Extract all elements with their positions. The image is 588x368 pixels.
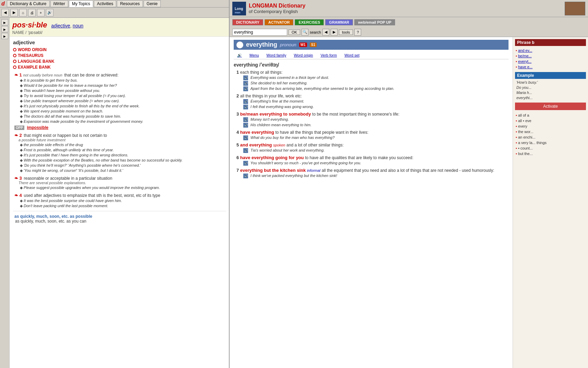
back-nav-btn[interactable]: ◀: [322, 29, 329, 36]
tab-menu[interactable]: Menu: [246, 52, 262, 59]
pron-name-label: NAME: [12, 30, 24, 35]
audio-icon-9[interactable]: 🔊: [243, 148, 248, 153]
section-thesaurus[interactable]: THESAURUS: [13, 53, 226, 58]
phrase-link-3[interactable]: everyt...: [518, 59, 531, 63]
sense-2-def: that might exist or happen but is not ce…: [24, 133, 107, 138]
sense-4-def: used after adjectives to emphasize that …: [24, 193, 160, 198]
ex-r1-3: 🔊 Apart from the bus arriving late, ever…: [243, 86, 509, 91]
tab-iwriter[interactable]: iWriter: [50, 0, 68, 7]
thumbnail-image: [565, 2, 585, 15]
audio-icon-2[interactable]: 🔊: [243, 81, 248, 86]
activate-item-1: all of a: [515, 113, 586, 118]
tab-verb-form[interactable]: Verb form: [317, 52, 340, 59]
nav-activator-btn[interactable]: ACTIVATOR: [265, 19, 293, 25]
audio-icon-4[interactable]: 🔊: [243, 99, 248, 104]
phrase-item-2[interactable]: be/me...: [515, 54, 586, 58]
phrase-item-1[interactable]: and ev...: [515, 48, 586, 53]
section-example-bank[interactable]: EXAMPLE BANK: [13, 65, 226, 70]
tab-activities[interactable]: Activities: [94, 0, 116, 7]
audio-icon-3[interactable]: 🔊: [243, 86, 248, 91]
tab-word-origin[interactable]: Word origin: [290, 52, 316, 59]
ex-r2-2-text: I felt that everything was going wrong.: [250, 105, 314, 109]
opp-word-link[interactable]: impossible: [27, 125, 48, 130]
audio-icon-5[interactable]: 🔊: [243, 105, 248, 109]
nav-grammar-btn[interactable]: GRAMMAR: [325, 19, 353, 25]
activate-item-3: every: [515, 124, 586, 129]
audio-button[interactable]: 🔊: [46, 9, 53, 16]
add-button[interactable]: +: [37, 9, 45, 16]
forward-button[interactable]: ▶: [10, 9, 18, 16]
sense-r4-def: to have all the things that people want …: [275, 130, 368, 135]
sense-r7-phrase-link[interactable]: everything but the kitchen sink: [240, 168, 306, 173]
section-thesaurus-link[interactable]: THESAURUS: [18, 53, 44, 58]
sense-1-def: that can be done or achieved:: [64, 73, 118, 78]
ok-button[interactable]: OK: [289, 29, 300, 35]
phrase-link-1[interactable]: and ev...: [518, 48, 532, 52]
nav-dictionary-btn[interactable]: DICTIONARY: [232, 19, 263, 25]
home-button[interactable]: ⌂: [19, 9, 27, 16]
audio-play-icon[interactable]: ▶: [236, 41, 243, 48]
sense-3: ❧ 3 reasonable or acceptable in a partic…: [13, 176, 226, 190]
ex-r2-1: 🔊 Everything's fine at the moment.: [243, 99, 509, 104]
svg-text:man: man: [235, 11, 241, 14]
audio-icon-6[interactable]: 🔊: [243, 117, 248, 122]
nav-tabs: Dictionary & Culture iWriter My Topics A…: [7, 0, 161, 7]
phrase-link-4[interactable]: have e...: [518, 65, 532, 69]
section-word-origin-link[interactable]: WORD ORIGIN: [18, 47, 47, 52]
sense-r4-phrase-link[interactable]: have everything: [240, 130, 274, 135]
pos-adjective-link[interactable]: adjective: [51, 23, 70, 28]
ex-r6-1: 🔊 You shouldn't worry so much - you've g…: [243, 161, 509, 166]
print-button[interactable]: 🖨: [28, 9, 36, 16]
search-input[interactable]: [232, 29, 287, 36]
search-bar: OK 🔍 search ◀ ▶ tools ?: [230, 27, 588, 37]
tab-resources[interactable]: Resources: [117, 0, 143, 7]
search-icon-btn[interactable]: 🔍: [302, 29, 308, 36]
nav-exercises-btn[interactable]: EXERCISES: [295, 19, 324, 25]
example-1-3: This wouldn't have been possible without…: [20, 88, 226, 93]
sense-r3-def: to be the most important thing in someon…: [312, 112, 399, 117]
section-language-bank[interactable]: LANGUAGE BANK: [13, 59, 226, 64]
tab-word-family[interactable]: Word family: [263, 52, 290, 59]
section-example-bank-link[interactable]: EXAMPLE BANK: [18, 65, 51, 70]
example-quote: 'How's busy.': [515, 80, 586, 84]
audio-icon-8[interactable]: 🔊: [243, 135, 248, 140]
sense-5-block: 5 and everything spoken and a lot of oth…: [234, 142, 509, 153]
tab-genie[interactable]: Genie: [144, 0, 161, 7]
audio-icon-10[interactable]: 🔊: [243, 161, 248, 166]
sense-r3-phrase-link[interactable]: be/mean everything to somebody: [240, 111, 311, 117]
sense-r2-def: all the things in your life, work etc:: [240, 94, 302, 98]
sense-2-header: ❧ 2 that might exist or happen but is no…: [14, 133, 226, 138]
sidebar-btn-2[interactable]: ▶: [1, 26, 8, 32]
pron-ipa: / ˈpɒsəbl/: [25, 30, 42, 35]
pos-noun-link[interactable]: noun: [73, 23, 83, 28]
sidebar-btn-1[interactable]: ▶: [1, 19, 8, 25]
tab-word-set[interactable]: Word set: [341, 52, 363, 59]
longman-sub-title: of Contemporary English: [249, 9, 562, 14]
sense-2-eg: a possible future investment: [19, 138, 226, 142]
activate-button[interactable]: Activate: [515, 103, 586, 110]
tab-audio[interactable]: 🔊: [234, 52, 245, 59]
audio-icon-11[interactable]: 🔊: [243, 174, 248, 178]
tab-my-topics[interactable]: My Topics: [69, 0, 93, 7]
sense-r6-phrase-link[interactable]: have everything going for you: [240, 155, 304, 160]
phrase-link-2[interactable]: be/me...: [518, 54, 532, 58]
tools-button[interactable]: tools: [339, 29, 353, 35]
help-button[interactable]: ?: [354, 29, 361, 36]
audio-icon-7[interactable]: 🔊: [243, 123, 248, 128]
sense-r5-phrase-link[interactable]: and everything: [240, 142, 272, 147]
sidebar-btn-3[interactable]: ▶: [1, 33, 8, 39]
nav-web-btn[interactable]: web/email POP UP: [354, 19, 395, 25]
sense-3-def: reasonable or acceptable in a particular…: [24, 176, 112, 181]
phrase-label[interactable]: as quickly, much, soon, etc. as possible: [14, 214, 226, 219]
sense-3-header: ❧ 3 reasonable or acceptable in a partic…: [14, 176, 226, 181]
tab-dictionary-culture[interactable]: Dictionary & Culture: [7, 0, 50, 7]
ex-r7-1-text: I think we've packed everything but the …: [250, 174, 337, 178]
back-button[interactable]: ◀: [1, 9, 9, 16]
section-word-origin[interactable]: WORD ORIGIN: [13, 47, 226, 52]
fwd-nav-btn[interactable]: ▶: [331, 29, 338, 36]
phrase-item-3[interactable]: everyt...: [515, 59, 586, 64]
example-1-5: Use public transport wherever possible (…: [20, 99, 226, 103]
audio-icon-1[interactable]: 🔊: [243, 75, 248, 80]
section-language-bank-link[interactable]: LANGUAGE BANK: [18, 59, 54, 64]
phrase-item-4[interactable]: have e...: [515, 64, 586, 69]
